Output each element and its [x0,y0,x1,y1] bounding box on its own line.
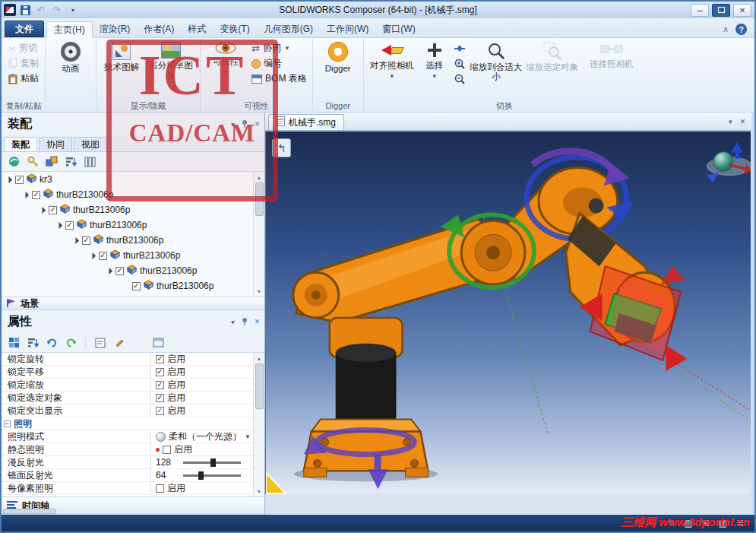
checkbox[interactable] [163,446,171,454]
scroll-down-icon[interactable]: ▼ [254,286,264,297]
checkbox[interactable] [156,407,164,415]
tree-row[interactable]: thurB213006p [2,248,264,263]
tree-checkbox[interactable] [65,221,74,230]
specular-slider[interactable] [183,474,241,477]
tab-window[interactable]: 窗口(W) [375,21,422,37]
tree-checkbox[interactable] [15,176,24,184]
scene-bar[interactable]: 场景 [2,297,264,310]
hires-image-button[interactable]: 高分辨率图像 [145,40,197,100]
document-tab[interactable]: 机械手.smg [268,114,344,130]
restore-button[interactable] [712,4,730,17]
property-row-lock-highlight[interactable]: 锁定突出显示启用 [2,405,253,417]
file-menu-button[interactable]: 文件 [5,21,44,37]
assembly-tree[interactable]: kr3 thurB213006p thurB213006p thurB21300… [2,172,264,297]
tab-views[interactable]: 视图 [74,137,107,151]
reset-properties-icon[interactable] [64,336,77,350]
tab-author[interactable]: 作者(A) [137,21,181,37]
tree-scrollbar[interactable]: ▲ ▼ [253,172,264,297]
select-button[interactable]: 选择 ▼ [419,40,451,100]
properties-scrollbar[interactable]: ▲ ▼ [253,353,264,497]
column-chooser-icon[interactable] [83,155,96,169]
tab-assembly[interactable]: 装配 [4,137,37,151]
tree-row[interactable]: thurB213006p [2,187,264,202]
zoom-fit-button[interactable]: 缩放到合适大小 [469,40,524,100]
expand-arrow-icon[interactable] [72,236,80,244]
property-row-static-lighting[interactable]: 静态照明启用 [2,443,253,456]
script-icon[interactable] [93,336,107,350]
tab-list-icon[interactable]: ▾ [729,118,732,125]
copy-button[interactable]: 复制 [6,56,41,71]
save-icon[interactable] [18,3,32,17]
collapse-section-icon[interactable]: − [4,420,11,427]
scroll-up-icon[interactable]: ▲ [254,353,264,363]
close-document-icon[interactable]: × [739,116,745,127]
property-section-lighting[interactable]: −照明 [2,417,253,430]
pan-button[interactable] [452,41,467,56]
redo-icon[interactable]: ↷ [50,3,64,17]
zoom-out-button[interactable] [452,71,467,86]
expand-arrow-icon[interactable] [5,176,13,183]
checkbox[interactable] [156,394,164,402]
edit-filter-icon[interactable] [112,336,126,350]
zoom-selected-button[interactable]: 缩放选定对象 [525,40,580,100]
tree-checkbox[interactable] [132,282,141,290]
digger-button[interactable]: Digger [316,40,360,100]
tree-row[interactable]: thurB213006p [2,278,264,293]
sort-az-icon[interactable] [64,155,77,169]
animation-button[interactable]: 动画 [49,40,93,100]
h-scroll-stub[interactable] [3,509,56,514]
properties-window-icon[interactable] [151,336,165,350]
property-row-specular[interactable]: 镜面反射光64 [2,469,253,482]
checkbox[interactable] [156,355,164,363]
tech-illustration-button[interactable]: 技术图解 [100,40,144,100]
minimize-button[interactable]: – [691,4,709,17]
key-icon[interactable] [26,155,40,169]
visibility-button[interactable]: 可视性 ▼ [204,40,248,100]
diffuse-slider[interactable] [183,462,241,464]
dropdown-arrow-icon[interactable]: ▼ [245,433,251,440]
close-pane-icon[interactable]: × [255,316,260,327]
expand-arrow-icon[interactable] [89,252,96,259]
tree-row[interactable]: thurB213006p [2,217,264,233]
pane-menu-icon[interactable]: ▾ [231,318,235,326]
collaboration-button[interactable]: ⇄协同▼ [249,41,309,56]
refresh-icon[interactable] [45,336,59,350]
align-camera-button[interactable]: 对齐照相机 ▼ [367,40,417,100]
undo-icon[interactable]: ↶ [34,3,48,17]
tree-checkbox[interactable] [32,191,40,199]
visibility-mode-icon[interactable] [7,155,21,169]
expand-arrow-icon[interactable] [22,191,30,198]
numbering-button[interactable]: 编号 [249,56,309,71]
property-row-lock-zoom[interactable]: 锁定缩放启用 [2,379,253,392]
tree-checkbox[interactable] [82,236,90,245]
tab-collaboration[interactable]: 协同 [39,137,72,151]
checkbox[interactable] [156,381,164,389]
tree-row[interactable]: thurB213006p [2,233,264,248]
expand-arrow-icon[interactable] [39,206,46,214]
property-row-diffuse[interactable]: 漫反射光128 [2,456,253,469]
previous-view-button[interactable]: ↰ [272,138,291,157]
tab-styles[interactable]: 样式 [181,21,213,37]
tree-checkbox[interactable] [99,252,107,260]
property-row-lock-rotation[interactable]: 锁定旋转启用 [2,353,253,366]
scroll-up-icon[interactable]: ▲ [254,172,264,182]
zoom-in-button[interactable] [452,56,467,71]
categorize-icon[interactable] [7,336,21,350]
property-row-lighting-mode[interactable]: 照明模式柔和（一个光源）▼ [2,430,253,443]
qat-dropdown-icon[interactable]: ▾ [66,3,80,17]
sort-az-icon[interactable] [26,336,40,350]
paste-button[interactable]: 粘贴 [6,71,41,86]
tab-workshops[interactable]: 工作间(W) [320,21,375,37]
close-button[interactable]: × [733,4,751,17]
checkbox[interactable] [156,368,164,376]
close-pane-icon[interactable]: × [255,119,260,129]
checkbox[interactable] [156,484,164,493]
scroll-thumb[interactable] [255,363,264,409]
parts-cubes-icon[interactable] [45,155,59,169]
bom-table-button[interactable]: BOM 表格 [249,71,309,86]
link-camera-button[interactable]: 连接照相机 [581,40,642,100]
expand-arrow-icon[interactable] [55,221,63,229]
scroll-down-icon[interactable]: ▼ [254,486,264,497]
tab-render[interactable]: 渲染(R) [93,21,138,37]
collapse-ribbon-icon[interactable]: ∧ [723,24,729,34]
